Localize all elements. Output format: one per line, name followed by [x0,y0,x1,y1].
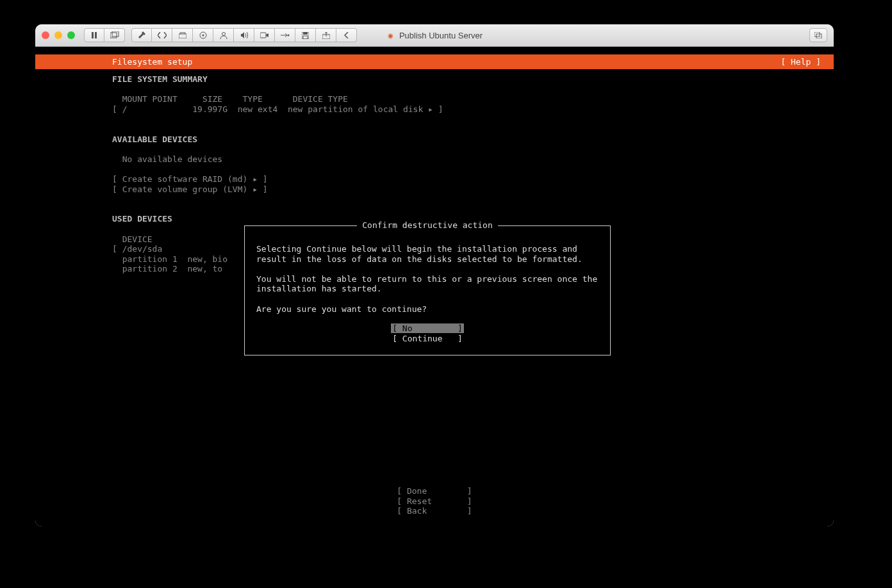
cdrom-icon[interactable] [193,28,213,42]
back-button[interactable]: [ Back ] [397,506,472,516]
help-button[interactable]: [ Help ] [780,57,827,67]
used-table-header: DEVICE [112,234,153,244]
sound-icon[interactable] [234,28,254,42]
close-icon[interactable] [42,31,49,39]
continue-button[interactable]: [ Continue ] [392,334,463,343]
page-title: Filesystem setup [112,57,192,67]
partition-1: partition 1 new, bio [112,254,227,264]
partition-2: partition 2 new, to [112,264,222,274]
svg-point-7 [222,33,225,36]
share-icon[interactable] [316,28,336,42]
used-heading: USED DEVICES [112,214,172,224]
snapshot-button[interactable] [104,28,125,42]
device-sda[interactable]: [ /dev/sda [112,244,162,254]
footer-buttons: [ Done ] [ Reset ] [ Back ] [35,486,834,516]
svg-rect-3 [112,31,119,37]
svg-rect-1 [95,32,97,38]
dialog-p1: Selecting Continue below will begin the … [256,244,582,264]
disk-icon[interactable] [172,28,193,42]
fs-table-header: MOUNT POINT SIZE TYPE DEVICE TYPE [112,94,348,104]
window-titlebar: ◉ Publish Ubuntu Server [35,24,834,47]
no-devices-text: No available devices [112,154,222,164]
dialog-title: Confirm destructive action [357,220,498,231]
dialog-p3: Are you sure you want to continue? [256,304,427,314]
svg-rect-11 [303,32,308,35]
svg-point-6 [202,35,204,37]
minimize-icon[interactable] [54,31,62,39]
usb-icon[interactable] [275,28,295,42]
window-traffic-lights [42,31,75,39]
create-raid-button[interactable]: [ Create software RAID (md) ▸ ] [112,174,268,184]
fs-summary-heading: FILE SYSTEM SUMMARY [112,74,208,84]
chevron-left-icon[interactable] [336,28,357,42]
create-lvm-button[interactable]: [ Create volume group (LVM) ▸ ] [112,184,268,194]
camera-icon[interactable] [254,28,275,42]
available-heading: AVAILABLE DEVICES [112,135,197,144]
installer-header: Filesystem setup [ Help ] [35,54,834,69]
svg-rect-12 [303,36,308,39]
black-spacer [35,47,834,54]
pause-button[interactable] [84,28,104,42]
save-icon[interactable] [295,28,316,42]
ubuntu-icon: ◉ [386,31,395,40]
done-button[interactable]: [ Done ] [397,486,472,496]
vm-window: ◉ Publish Ubuntu Server Filesystem setup… [35,24,834,527]
wrench-icon[interactable] [131,28,152,42]
svg-rect-2 [110,33,117,38]
svg-rect-0 [92,32,94,38]
zoom-icon[interactable] [67,31,75,39]
code-icon[interactable] [152,28,172,42]
confirm-dialog: Confirm destructive action Selecting Con… [244,225,611,355]
user-icon[interactable] [213,28,234,42]
fullscreen-button[interactable] [809,28,827,42]
svg-point-9 [287,35,289,37]
window-title-text: Publish Ubuntu Server [399,31,483,40]
terminal-area: Filesystem setup [ Help ] FILE SYSTEM SU… [35,54,834,527]
svg-rect-4 [179,34,186,38]
svg-rect-8 [260,33,266,38]
no-button[interactable]: [ No ] [391,323,464,333]
fs-table-row-root[interactable]: [ / 19.997G new ext4 new partition of lo… [112,104,443,114]
dialog-p2: You will not be able to return to this o… [256,274,602,294]
reset-button[interactable]: [ Reset ] [397,496,472,506]
